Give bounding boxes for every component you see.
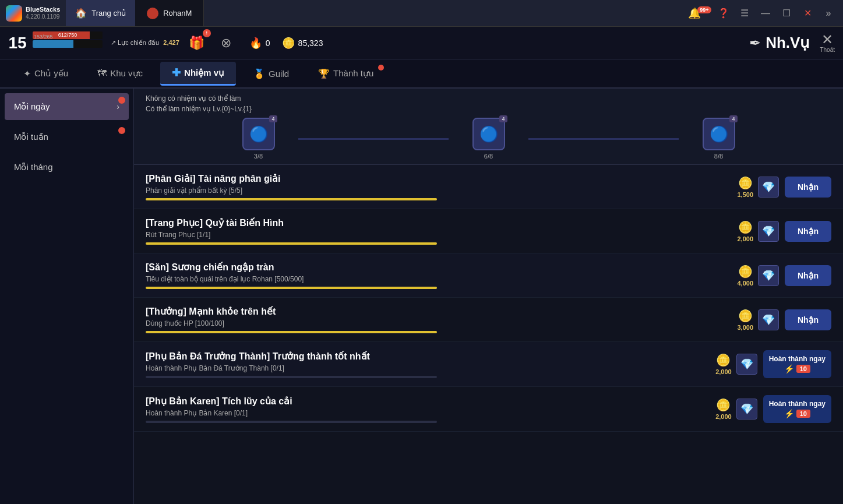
main-content: Mỗi ngày › Mỗi tuần Mỗi tháng Không có n… xyxy=(0,89,843,504)
thanh-tuu-badge xyxy=(378,65,384,71)
reward-item-2: 💎 xyxy=(758,221,779,242)
quest-list: [Phân Giải] Tài năng phân giải Phân giải… xyxy=(134,165,843,504)
quest-sub-3: Tiêu diệt toàn bộ quái trên đại lục Roha… xyxy=(146,275,680,283)
reward-item-3: 💎 xyxy=(758,265,779,286)
khu-vuc-label: Khu vực xyxy=(110,68,143,79)
tab-thanh-tuu[interactable]: 🏆 Thành tựu xyxy=(306,64,385,84)
milestone-count-1: 4 xyxy=(269,115,277,122)
quest-rewards-3: 🪙 4,000 💎 xyxy=(686,265,779,287)
tab-chu-yeu[interactable]: ✦ Chủ yếu xyxy=(12,64,80,84)
sidebar-item-moi-ngay[interactable]: Mỗi ngày › xyxy=(5,93,129,120)
gold-icon: 🪙 xyxy=(282,37,295,50)
milestone-prog-2: 6/8 xyxy=(484,153,493,160)
lightning-icon-6: ⚡ xyxy=(784,409,794,418)
reward-item-6: 💎 xyxy=(736,399,757,420)
reward-gold-5: 🪙 2,000 xyxy=(715,353,732,375)
home-icon: 🏠 xyxy=(75,8,87,19)
chu-yeu-icon: ✦ xyxy=(23,68,31,79)
close-btn[interactable]: ✕ xyxy=(799,5,816,22)
reward-item-icon-5: 💎 xyxy=(740,358,753,371)
guild-icon: 🏅 xyxy=(253,68,265,79)
claim-btn-2[interactable]: Nhận xyxy=(785,221,831,242)
chu-yeu-label: Chủ yếu xyxy=(34,68,68,79)
game-tab-label: RohanM xyxy=(163,9,192,17)
page-title-section: ✒ Nh.Vụ xyxy=(749,34,809,52)
quest-sub-4: Dùng thuốc HP [100/100] xyxy=(146,319,680,327)
combat-label-icon: ↗ xyxy=(111,39,116,46)
quest-info-1: [Phân Giải] Tài năng phân giải Phân giải… xyxy=(146,173,680,200)
flame-icon: 🔥 xyxy=(249,37,262,50)
mp-bar-text: 153/265 xyxy=(34,34,104,40)
reward-item-4: 💎 xyxy=(758,309,779,330)
chevron-right-icon: › xyxy=(117,102,119,111)
claim-btn-4[interactable]: Nhận xyxy=(785,309,831,330)
settings-btn[interactable]: ⊗ xyxy=(214,31,238,55)
tab-home[interactable]: 🏠 Trang chủ xyxy=(66,0,135,26)
quest-rewards-4: 🪙 3,000 💎 xyxy=(686,309,779,331)
quest-name-3: [Săn] Sương chiến ngập tràn xyxy=(146,262,680,273)
quest-bar-fill-3 xyxy=(146,287,437,289)
quest-name-4: [Thưởng] Mạnh khỏe trên hết xyxy=(146,306,680,317)
quest-info-5: [Phụ Bản Đá Trưởng Thành] Trưởng thành t… xyxy=(146,351,658,378)
menu-btn[interactable]: ☰ xyxy=(736,5,753,22)
claim-btn-3[interactable]: Nhận xyxy=(785,265,831,286)
milestone-items: 🔵 4 3/8 🔵 4 6/8 🔵 4 xyxy=(146,118,831,160)
notification-badge: 99+ xyxy=(697,6,711,13)
app-name: BlueStacks 4.220.0.1109 xyxy=(26,6,60,20)
milestone-2: 🔵 4 6/8 xyxy=(451,118,526,160)
sidebar-item-moi-thang[interactable]: Mỗi tháng xyxy=(5,154,129,181)
reward-item-5: 💎 xyxy=(736,354,757,375)
complete-btn-6[interactable]: Hoàn thành ngay ⚡ 10 xyxy=(763,395,831,423)
quest-sub-1: Phân giải vật phẩm bất kỳ [5/5] xyxy=(146,186,680,195)
more-btn[interactable]: » xyxy=(820,5,837,22)
quest-name-2: [Trang Phục] Quỷ tài Biến Hình xyxy=(146,217,680,228)
gold-amt-6: 2,000 xyxy=(715,413,732,420)
gold-coins-icon-6: 🪙 xyxy=(716,398,731,412)
help-btn[interactable]: ❓ xyxy=(715,5,732,22)
tab-game[interactable]: RohanM xyxy=(135,0,204,26)
sidebar-item-moi-tuan[interactable]: Mỗi tuần xyxy=(5,124,129,150)
quest-sub-5: Hoàn thành Phụ Bản Đá Trưởng Thành [0/1] xyxy=(146,364,658,372)
complete-cost-6: 10 xyxy=(796,410,810,418)
lightning-icon-5: ⚡ xyxy=(784,364,794,373)
milestone-hint: Không có nhiệm vụ có thể làm Có thể làm … xyxy=(146,93,831,114)
quill-icon: ✒ xyxy=(749,35,761,51)
tab-khu-vuc[interactable]: 🗺 Khu vực xyxy=(86,64,154,83)
milestone-bar: Không có nhiệm vụ có thể làm Có thể làm … xyxy=(134,89,843,165)
quest-name-5: [Phụ Bản Đá Trưởng Thành] Trưởng thành t… xyxy=(146,351,658,362)
reward-gold-4: 🪙 3,000 xyxy=(737,309,753,331)
gift-btn[interactable]: 🎁 ! xyxy=(185,31,209,55)
tab-nhiem-vu[interactable]: ✚ Nhiệm vụ xyxy=(160,62,236,86)
gold-currency: 🪙 85,323 xyxy=(282,37,323,50)
notification-btn[interactable]: 🔔 99+ xyxy=(688,2,711,25)
gold-coins-icon-3: 🪙 xyxy=(738,265,753,279)
gold-amt-1: 1,500 xyxy=(737,191,753,198)
gold-amt-5: 2,000 xyxy=(715,368,732,375)
maximize-btn[interactable]: ☐ xyxy=(778,5,795,22)
bluestacks-logo-area: BlueStacks 4.220.0.1109 xyxy=(0,5,66,22)
hp-mp-section: 612/750 153/265 xyxy=(33,31,103,55)
quest-rewards-6: 🪙 2,000 💎 xyxy=(664,398,757,420)
gold-coins-icon-4: 🪙 xyxy=(738,309,753,323)
quest-bar-fill-4 xyxy=(146,331,437,333)
quest-trang-phuc: [Trang Phục] Quỷ tài Biến Hình Rút Trang… xyxy=(134,209,843,253)
quest-rewards-2: 🪙 2,000 💎 xyxy=(686,220,779,242)
close-panel-btn[interactable]: ✕ Thoát xyxy=(820,33,835,53)
quest-bar-fill-2 xyxy=(146,242,437,245)
title-bar: BlueStacks 4.220.0.1109 🏠 Trang chủ Roha… xyxy=(0,0,843,27)
complete-btn-5[interactable]: Hoàn thành ngay ⚡ 10 xyxy=(763,350,831,378)
milestone-3: 🔵 4 8/8 xyxy=(681,118,756,160)
mp-bar-fill xyxy=(33,40,73,48)
minimize-btn[interactable]: — xyxy=(757,5,774,22)
reward-item-icon-4: 💎 xyxy=(762,313,775,326)
gold-coins-icon-1: 🪙 xyxy=(738,176,753,190)
page-title: Nh.Vụ xyxy=(766,34,809,52)
thanh-tuu-icon: 🏆 xyxy=(318,68,330,79)
gift-badge: ! xyxy=(203,29,211,37)
nhiem-vu-label: Nhiệm vụ xyxy=(184,68,224,78)
reward-gold-2: 🪙 2,000 xyxy=(737,220,753,242)
claim-btn-1[interactable]: Nhận xyxy=(785,177,831,198)
tab-guild[interactable]: 🏅 Guild xyxy=(242,64,301,84)
hint-line1: Không có nhiệm vụ có thể làm xyxy=(146,93,831,104)
quest-info-4: [Thưởng] Mạnh khỏe trên hết Dùng thuốc H… xyxy=(146,306,680,333)
